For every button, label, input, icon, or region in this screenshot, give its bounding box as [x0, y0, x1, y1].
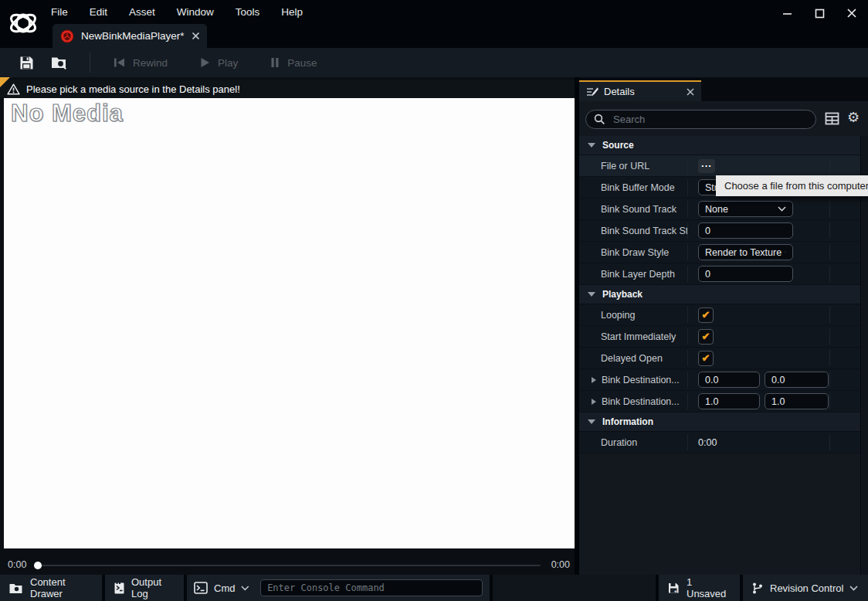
tab-close-icon[interactable]: [192, 32, 200, 40]
browse-file-button[interactable]: ...: [698, 159, 715, 173]
status-bar-spacer: [493, 575, 656, 601]
bink-sound-track-start-input[interactable]: [698, 222, 793, 239]
save-button[interactable]: [11, 48, 42, 77]
output-log-button[interactable]: Output Log: [105, 575, 184, 601]
asset-toolbar: Rewind Play Pause: [0, 48, 868, 77]
row-delayed-open: Delayed Open ✔: [579, 348, 861, 369]
bink-destination-lower-y-input[interactable]: [765, 393, 829, 409]
play-icon: [200, 57, 210, 68]
row-bink-destination-lower: Bink Destination...: [579, 391, 861, 413]
total-time: 0:00: [551, 559, 570, 570]
details-scrollbar-gutter[interactable]: [860, 136, 868, 575]
row-file-or-url: File or URL ...: [579, 155, 861, 177]
chevron-down-icon: [785, 250, 786, 255]
details-tab-label: Details: [604, 86, 635, 97]
tab-title: NewBinkMediaPlayer*: [81, 30, 185, 42]
bink-destination-upper-label: Bink Destination...: [602, 375, 680, 385]
chevron-down-icon: [778, 206, 786, 212]
details-search-box[interactable]: [585, 110, 816, 129]
bink-layer-depth-input[interactable]: [698, 266, 793, 282]
bink-sound-track-dropdown[interactable]: None: [698, 201, 793, 217]
timeline-track[interactable]: [38, 565, 541, 566]
revision-control-label: Revision Control: [770, 582, 843, 594]
bink-media-player-window: File Edit Asset Window Tools Help NewBin…: [0, 0, 868, 601]
menu-help[interactable]: Help: [281, 6, 303, 18]
window-controls: [782, 8, 857, 19]
section-source[interactable]: Source: [579, 136, 861, 155]
browse-to-asset-button[interactable]: [42, 48, 77, 77]
timeline-handle[interactable]: [34, 562, 42, 569]
play-label: Play: [218, 57, 238, 69]
menu-window[interactable]: Window: [177, 6, 214, 18]
expand-arrow-icon[interactable]: [592, 377, 596, 383]
unsaved-button[interactable]: * 1 Unsaved: [659, 575, 740, 601]
menu-asset[interactable]: Asset: [129, 6, 155, 18]
toolbar-separator: [90, 53, 90, 73]
menu-tools[interactable]: Tools: [236, 6, 260, 18]
row-start-immediately: Start Immediately ✔: [579, 326, 861, 348]
output-log-label: Output Log: [131, 576, 175, 599]
row-looping: Looping ✔: [579, 304, 861, 326]
media-warning-bar: Please pick a media source in the Detail…: [0, 80, 575, 98]
bink-sound-track-label: Bink Sound Track: [579, 204, 687, 215]
rewind-icon: [114, 57, 125, 68]
section-information[interactable]: Information: [579, 413, 861, 432]
content-drawer-icon: [8, 582, 24, 595]
bink-destination-lower-x-input[interactable]: [698, 393, 760, 409]
maximize-icon[interactable]: [814, 8, 825, 19]
svg-text:*: *: [674, 588, 677, 594]
menu-edit[interactable]: Edit: [90, 6, 107, 18]
bink-destination-upper-x-input[interactable]: [698, 372, 760, 388]
tab-details[interactable]: Details: [579, 80, 701, 101]
looping-checkbox[interactable]: ✔: [698, 307, 714, 323]
bink-draw-style-label: Bink Draw Style: [579, 247, 687, 258]
folder-search-icon: [50, 54, 70, 71]
tab-newbinkmediaplayer[interactable]: NewBinkMediaPlayer*: [53, 24, 207, 48]
chevron-down-icon: [849, 586, 858, 591]
property-matrix-icon[interactable]: [825, 112, 839, 125]
menu-file[interactable]: File: [51, 6, 68, 18]
expand-arrow-icon[interactable]: [592, 399, 596, 405]
details-icon: [586, 87, 598, 97]
details-close-icon[interactable]: [687, 88, 694, 96]
play-button[interactable]: Play: [189, 57, 249, 69]
close-icon[interactable]: [846, 8, 857, 19]
save-icon: [19, 55, 35, 71]
delayed-open-label: Delayed Open: [579, 353, 687, 364]
cmd-label[interactable]: Cmd: [214, 582, 235, 594]
delayed-open-checkbox[interactable]: ✔: [698, 351, 714, 366]
bink-draw-style-value: Render to Texture: [705, 247, 782, 258]
row-bink-draw-style: Bink Draw Style Render to Texture: [579, 242, 861, 263]
file-picker-tooltip: Choose a file from this computer: [716, 175, 868, 196]
pause-icon: [270, 57, 280, 68]
rewind-label: Rewind: [133, 57, 168, 69]
output-log-icon: [114, 582, 125, 595]
bink-draw-style-dropdown[interactable]: Render to Texture: [698, 244, 793, 260]
bink-destination-upper-y-input[interactable]: [765, 372, 829, 388]
content-drawer-button[interactable]: Content Drawer: [0, 575, 102, 601]
details-panel: Details ⚙ Source: [579, 77, 868, 575]
looping-label: Looping: [579, 310, 687, 321]
current-time: 0:00: [8, 559, 26, 570]
revision-control-button[interactable]: Revision Control: [743, 575, 868, 601]
duration-label: Duration: [579, 437, 687, 448]
modified-corner-marker: [0, 77, 10, 87]
no-media-text: No Media: [11, 100, 124, 127]
minimize-icon[interactable]: [782, 8, 792, 19]
row-bink-layer-depth: Bink Layer Depth: [579, 263, 861, 285]
media-viewport-panel: Please pick a media source in the Detail…: [0, 77, 575, 575]
section-playback[interactable]: Playback: [579, 285, 861, 304]
chevron-down-icon: [588, 419, 595, 424]
bink-sound-track-start-label: Bink Sound Track St...: [579, 226, 687, 236]
duration-value: 0:00: [698, 437, 717, 448]
settings-gear-icon[interactable]: ⚙: [847, 110, 860, 124]
start-immediately-checkbox[interactable]: ✔: [698, 329, 714, 345]
rewind-button[interactable]: Rewind: [103, 57, 178, 69]
rad-logo-icon: [6, 6, 40, 40]
revision-control-icon: [751, 582, 764, 595]
section-source-label: Source: [602, 140, 634, 151]
console-command-input[interactable]: [260, 579, 483, 596]
search-input[interactable]: [612, 113, 808, 126]
search-icon: [594, 114, 605, 125]
pause-button[interactable]: Pause: [259, 57, 327, 69]
